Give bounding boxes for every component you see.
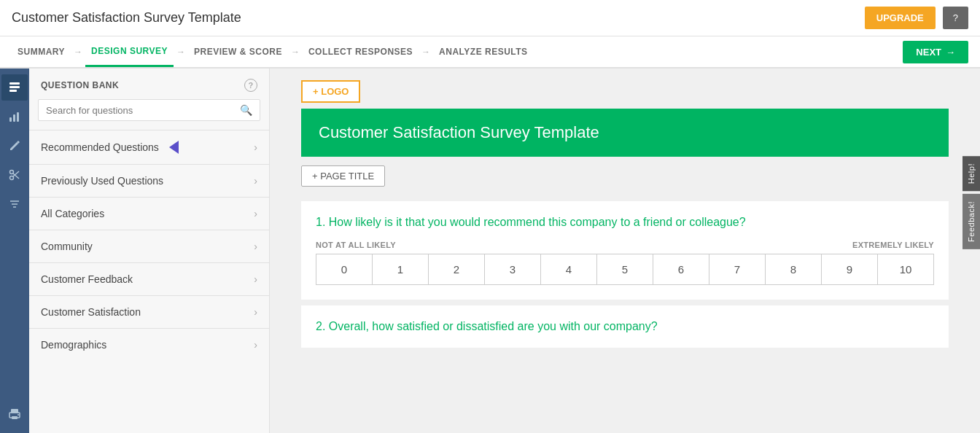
question-1-text: 1. How likely is it that you would recom… xyxy=(316,216,934,229)
nav-arrow-2: → xyxy=(176,47,185,57)
scale-cell-6[interactable]: 6 xyxy=(653,254,709,284)
svg-rect-3 xyxy=(9,117,12,122)
nav-bar: SUMMARY → DESIGN SURVEY → PREVIEW & SCOR… xyxy=(0,36,980,69)
qb-item-customer-feedback[interactable]: Customer Feedback › xyxy=(29,262,269,295)
scale-cell-1[interactable]: 1 xyxy=(373,254,429,284)
scale-cell-9[interactable]: 9 xyxy=(822,254,878,284)
scale-cell-0[interactable]: 0 xyxy=(316,254,373,284)
nav-summary[interactable]: SUMMARY xyxy=(12,36,71,67)
next-button[interactable]: NEXT → xyxy=(903,41,968,63)
add-logo-button[interactable]: + LOGO xyxy=(301,80,360,103)
sidebar-icon-pencil[interactable] xyxy=(1,133,28,159)
recommended-arrow-indicator xyxy=(169,141,179,154)
sidebar-icon-chart[interactable] xyxy=(1,104,28,130)
chevron-icon: › xyxy=(254,175,257,187)
scale-cell-7[interactable]: 7 xyxy=(709,254,766,284)
next-arrow-icon: → xyxy=(946,47,955,58)
top-bar-actions: UPGRADE ? xyxy=(865,7,968,29)
chevron-icon: › xyxy=(254,241,257,252)
sidebar-icon-filter[interactable] xyxy=(1,191,28,217)
svg-point-6 xyxy=(10,176,14,180)
qb-item-recommended[interactable]: Recommended Questions › xyxy=(29,130,269,164)
nav-arrow-1: → xyxy=(74,47,82,57)
nav-arrow-3: → xyxy=(291,47,300,57)
scale-labels: NOT AT ALL LIKELY EXTREMELY LIKELY xyxy=(316,241,934,249)
question-bank-header: QUESTION BANK ? xyxy=(29,69,269,99)
svg-rect-4 xyxy=(13,114,15,122)
help-button[interactable]: ? xyxy=(943,7,968,29)
qb-item-community[interactable]: Community › xyxy=(29,230,269,262)
chevron-icon: › xyxy=(254,306,257,318)
qb-item-customer-satisfaction[interactable]: Customer Satisfaction › xyxy=(29,295,269,328)
svg-point-16 xyxy=(18,414,19,416)
svg-point-7 xyxy=(10,171,14,174)
search-icon: 🔍 xyxy=(240,104,252,116)
svg-rect-15 xyxy=(12,416,18,419)
top-bar: Customer Satisfaction Survey Template UP… xyxy=(0,0,980,36)
scale-cell-5[interactable]: 5 xyxy=(597,254,653,284)
svg-rect-1 xyxy=(9,86,20,88)
nav-collect-responses[interactable]: COLLECT RESPONSES xyxy=(303,36,419,67)
chevron-icon: › xyxy=(254,141,257,153)
question-1: 1. How likely is it that you would recom… xyxy=(301,201,949,300)
qb-item-previously-used[interactable]: Previously Used Questions › xyxy=(29,164,269,197)
scale-cell-10[interactable]: 10 xyxy=(878,254,933,284)
qb-item-demographics[interactable]: Demographics › xyxy=(29,328,269,361)
svg-rect-2 xyxy=(9,90,17,92)
scale-cell-3[interactable]: 3 xyxy=(485,254,541,284)
nav-design-survey[interactable]: DESIGN SURVEY xyxy=(85,36,174,67)
scale-row: 012345678910 xyxy=(316,254,934,285)
scale-cell-2[interactable]: 2 xyxy=(429,254,485,284)
qb-item-recommended-content: Recommended Questions xyxy=(41,141,179,154)
icon-sidebar xyxy=(0,69,29,433)
feedback-float-button[interactable]: Feedback! xyxy=(962,194,980,249)
chevron-icon: › xyxy=(254,273,257,285)
survey-content-area: + LOGO Customer Satisfaction Survey Temp… xyxy=(270,69,980,433)
svg-rect-5 xyxy=(17,112,19,122)
main-layout: QUESTION BANK ? 🔍 Recommended Questions … xyxy=(0,69,980,433)
sidebar-icon-scissors[interactable] xyxy=(1,162,28,188)
scale-cell-4[interactable]: 4 xyxy=(541,254,597,284)
sidebar-icon-print[interactable] xyxy=(1,401,28,427)
page-title: Customer Satisfaction Survey Template xyxy=(12,10,241,26)
upgrade-button[interactable]: UPGRADE xyxy=(865,7,936,29)
sidebar-icon-edit[interactable] xyxy=(1,74,28,101)
search-box[interactable]: 🔍 xyxy=(38,99,260,121)
question-bank-help[interactable]: ? xyxy=(244,79,257,92)
survey-header: Customer Satisfaction Survey Template xyxy=(301,109,949,157)
chevron-icon: › xyxy=(254,339,257,351)
search-input[interactable] xyxy=(46,105,236,116)
question-bank-panel: QUESTION BANK ? 🔍 Recommended Questions … xyxy=(29,69,270,433)
help-float-button[interactable]: Help! xyxy=(962,156,980,191)
survey-inner: + LOGO Customer Satisfaction Survey Temp… xyxy=(289,69,960,365)
nav-analyze-results[interactable]: ANALYZE RESULTS xyxy=(433,36,534,67)
chevron-icon: › xyxy=(254,208,257,219)
nav-right: NEXT → xyxy=(903,41,968,63)
nav-preview-score[interactable]: PREVIEW & SCORE xyxy=(188,36,288,67)
qb-item-all-categories[interactable]: All Categories › xyxy=(29,197,269,230)
question-2: 2. Overall, how satisfied or dissatisfie… xyxy=(301,305,949,348)
scale-cell-8[interactable]: 8 xyxy=(766,254,822,284)
svg-rect-0 xyxy=(9,82,20,85)
add-page-title-button[interactable]: + PAGE TITLE xyxy=(301,165,385,187)
right-float-buttons: Help! Feedback! xyxy=(962,156,980,249)
nav-arrow-4: → xyxy=(421,47,430,57)
question-2-text: 2. Overall, how satisfied or dissatisfie… xyxy=(316,320,934,333)
